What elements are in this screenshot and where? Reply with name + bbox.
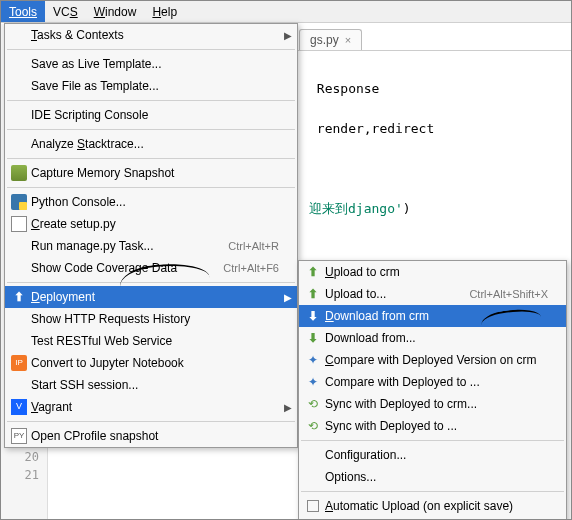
upload-icon: ⬆: [308, 265, 318, 279]
menu-item-sync-to[interactable]: ⟲ Sync with Deployed to ...: [299, 415, 566, 437]
menu-item-ide-scripting[interactable]: IDE Scripting Console: [5, 104, 297, 126]
upload-icon: ⬆: [14, 290, 24, 304]
menu-item-label: Upload to...: [323, 287, 459, 301]
sync-icon: ⟲: [308, 397, 318, 411]
menu-item-label: Show HTTP Requests History: [29, 312, 279, 326]
upload-icon: ⬆: [308, 287, 318, 301]
close-icon[interactable]: ×: [345, 34, 351, 46]
menu-item-label: Configuration...: [323, 448, 548, 462]
compare-icon: ✦: [308, 353, 318, 367]
submenu-arrow-icon: ▶: [284, 402, 292, 413]
menu-item-label: IDE Scripting Console: [29, 108, 279, 122]
menu-tools[interactable]: Tools: [1, 1, 45, 22]
menu-item-label: Sync with Deployed to ...: [323, 419, 548, 433]
menu-item-upload-to[interactable]: ⬆ Upload to... Ctrl+Alt+Shift+X: [299, 283, 566, 305]
menu-item-label: Convert to Jupyter Notebook: [29, 356, 279, 370]
line-number: 20: [1, 448, 39, 466]
deployment-submenu: ⬆ Upload to crm ⬆ Upload to... Ctrl+Alt+…: [298, 260, 567, 520]
profile-icon: PY: [11, 428, 27, 444]
menu-item-label: Options...: [323, 470, 548, 484]
menu-vcs[interactable]: VCS: [45, 1, 86, 22]
menu-item-label: Automatic Upload (on explicit save): [323, 499, 548, 513]
download-icon: ⬇: [308, 331, 318, 345]
camera-icon: [11, 165, 27, 181]
editor-tab[interactable]: gs.py ×: [299, 29, 362, 50]
jupyter-icon: IP: [11, 355, 27, 371]
menu-window[interactable]: Window: [86, 1, 145, 22]
menu-item-label: Open CProfile snapshot: [29, 429, 279, 443]
menubar: Tools VCS Window Help: [1, 1, 571, 23]
menu-item-create-setup[interactable]: Create setup.py: [5, 213, 297, 235]
python-icon: [11, 194, 27, 210]
menu-item-configuration[interactable]: Configuration...: [299, 444, 566, 466]
menu-item-label: Create setup.py: [29, 217, 279, 231]
menu-item-label: Save as Live Template...: [29, 57, 279, 71]
sync-icon: ⟲: [308, 419, 318, 433]
menu-window-label: Window: [94, 5, 137, 19]
menu-help-label: Help: [152, 5, 177, 19]
checkbox-icon: [307, 500, 319, 512]
line-number: 21: [1, 466, 39, 484]
menu-item-download-from[interactable]: ⬇ Download from...: [299, 327, 566, 349]
menu-item-label: Compare with Deployed to ...: [323, 375, 548, 389]
menu-item-start-ssh[interactable]: Start SSH session...: [5, 374, 297, 396]
menu-item-label: Download from crm: [323, 309, 548, 323]
vagrant-icon: V: [11, 399, 27, 415]
download-icon: ⬇: [308, 309, 318, 323]
menu-item-python-console[interactable]: Python Console...: [5, 191, 297, 213]
menu-item-compare-to[interactable]: ✦ Compare with Deployed to ...: [299, 371, 566, 393]
submenu-arrow-icon: ▶: [284, 292, 292, 303]
menu-item-compare-crm[interactable]: ✦ Compare with Deployed Version on crm: [299, 349, 566, 371]
tools-menu: Tasks & Contexts ▶ Save as Live Template…: [4, 23, 298, 448]
menu-item-upload-crm[interactable]: ⬆ Upload to crm: [299, 261, 566, 283]
menu-tools-label: Tools: [9, 5, 37, 19]
menu-item-label: Start SSH session...: [29, 378, 279, 392]
menu-item-label: Capture Memory Snapshot: [29, 166, 279, 180]
menu-item-label: Python Console...: [29, 195, 279, 209]
menu-item-label: Upload to crm: [323, 265, 548, 279]
menu-item-test-rest[interactable]: Test RESTful Web Service: [5, 330, 297, 352]
submenu-arrow-icon: ▶: [284, 30, 292, 41]
compare-icon: ✦: [308, 375, 318, 389]
menu-item-download-crm[interactable]: ⬇ Download from crm: [299, 305, 566, 327]
menu-item-label: Test RESTful Web Service: [29, 334, 279, 348]
shortcut-label: Ctrl+Alt+R: [218, 240, 279, 252]
menu-item-label: Download from...: [323, 331, 548, 345]
menu-item-analyze-stacktrace[interactable]: Analyze Stacktrace...: [5, 133, 297, 155]
menu-item-http-history[interactable]: Show HTTP Requests History: [5, 308, 297, 330]
menu-item-label: Tasks & Contexts: [29, 28, 279, 42]
menu-item-vagrant[interactable]: V Vagrant ▶: [5, 396, 297, 418]
menu-item-options[interactable]: Options...: [299, 466, 566, 488]
menu-item-sync-crm[interactable]: ⟲ Sync with Deployed to crm...: [299, 393, 566, 415]
menu-item-deployment[interactable]: ⬆ Deployment ▶: [5, 286, 297, 308]
menu-item-label: Sync with Deployed to crm...: [323, 397, 548, 411]
shortcut-label: Ctrl+Alt+F6: [213, 262, 279, 274]
menu-item-run-manage[interactable]: Run manage.py Task... Ctrl+Alt+R: [5, 235, 297, 257]
shortcut-label: Ctrl+Alt+Shift+X: [459, 288, 548, 300]
menu-item-label: Analyze Stacktrace...: [29, 137, 279, 151]
tab-label: gs.py: [310, 33, 339, 47]
menu-item-convert-jupyter[interactable]: IP Convert to Jupyter Notebook: [5, 352, 297, 374]
menu-item-label: Save File as Template...: [29, 79, 279, 93]
menu-item-tasks[interactable]: Tasks & Contexts ▶: [5, 24, 297, 46]
menu-item-save-live-template[interactable]: Save as Live Template...: [5, 53, 297, 75]
file-icon: [11, 216, 27, 232]
menu-item-save-file-template[interactable]: Save File as Template...: [5, 75, 297, 97]
menu-help[interactable]: Help: [144, 1, 185, 22]
menu-item-label: Deployment: [29, 290, 279, 304]
menu-item-automatic-upload[interactable]: Automatic Upload (on explicit save): [299, 495, 566, 517]
menu-item-label: Run manage.py Task...: [29, 239, 218, 253]
menu-vcs-label: VCS: [53, 5, 78, 19]
menu-item-label: Compare with Deployed Version on crm: [323, 353, 548, 367]
menu-item-label: Vagrant: [29, 400, 279, 414]
menu-item-coverage[interactable]: Show Code Coverage Data Ctrl+Alt+F6: [5, 257, 297, 279]
menu-item-open-cprofile[interactable]: PY Open CProfile snapshot: [5, 425, 297, 447]
menu-item-label: Show Code Coverage Data: [29, 261, 213, 275]
menu-item-capture-memory-snapshot[interactable]: Capture Memory Snapshot: [5, 162, 297, 184]
